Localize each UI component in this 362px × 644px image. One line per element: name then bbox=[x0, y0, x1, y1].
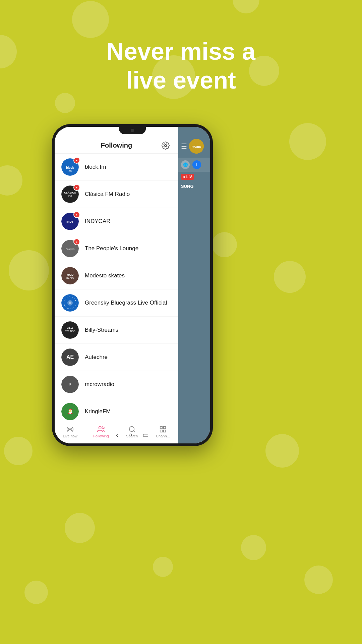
list-item[interactable]: INDY●INDYCAR bbox=[55, 208, 178, 235]
list-item[interactable]: CLÁSICAFM●Clásica FM Radio bbox=[55, 181, 178, 208]
live-indicator: ● bbox=[73, 184, 80, 191]
recents-button[interactable]: ▭ bbox=[142, 431, 149, 439]
channel-name: Billy-Streams bbox=[85, 327, 118, 333]
avatar: block.fm● bbox=[61, 158, 79, 176]
following-list: block.fm●block.fmCLÁSICAFM●Clásica FM Ra… bbox=[55, 154, 178, 420]
nav-following[interactable]: Following bbox=[85, 420, 116, 443]
right-icons-row: 🌐 f bbox=[178, 158, 210, 172]
settings-button[interactable] bbox=[160, 140, 172, 152]
nav-live-now-label: Live now bbox=[63, 434, 77, 438]
svg-point-34 bbox=[99, 427, 101, 429]
svg-text:FM: FM bbox=[68, 195, 72, 197]
globe-icon: 🌐 bbox=[181, 160, 190, 169]
channel-name: KringleFM bbox=[85, 408, 111, 415]
channel-name: The People's Lounge bbox=[85, 245, 138, 252]
hero-line1: Never miss a bbox=[0, 37, 362, 66]
list-item[interactable]: People's●The People's Lounge bbox=[55, 235, 178, 262]
phone-inner: ☰ RADIO 🌐 f ● LIV SUNG bbox=[55, 127, 210, 443]
avatar: INDY● bbox=[61, 213, 79, 230]
channel-name: mcrowradio bbox=[85, 381, 114, 388]
channel-name: Clásica FM Radio bbox=[85, 191, 130, 198]
phone-bottom-bar: ‹ ○ ▭ bbox=[116, 431, 149, 439]
svg-text:🎙: 🎙 bbox=[68, 383, 72, 386]
camera-dot bbox=[131, 129, 134, 132]
avatar: AE bbox=[61, 348, 79, 366]
list-item[interactable]: block.fm●block.fm bbox=[55, 154, 178, 181]
phone-frame: ☰ RADIO 🌐 f ● LIV SUNG bbox=[52, 124, 213, 446]
avatar: 🎅 bbox=[61, 403, 79, 420]
avatar: 🎙 bbox=[61, 376, 79, 393]
nav-channels[interactable]: Chann... bbox=[147, 420, 178, 443]
svg-text:STRINGS: STRINGS bbox=[65, 330, 75, 332]
channel-name: Autechre bbox=[85, 354, 108, 361]
list-item[interactable]: MODRADIOModesto skates bbox=[55, 262, 178, 289]
svg-text:INDY: INDY bbox=[66, 220, 74, 223]
live-indicator: ● bbox=[73, 238, 80, 245]
svg-text:BILLY: BILLY bbox=[67, 327, 73, 329]
avatar: BILLYSTRINGS bbox=[61, 321, 79, 339]
phone-notch bbox=[119, 127, 146, 134]
list-item[interactable]: 🎙mcrowradio bbox=[55, 371, 178, 398]
right-panel-text: SUNG bbox=[178, 182, 210, 191]
channel-name: block.fm bbox=[85, 164, 106, 170]
avatar: MODRADIO bbox=[61, 267, 79, 284]
svg-rect-37 bbox=[160, 427, 162, 429]
avatar: CLÁSICAFM● bbox=[61, 185, 79, 203]
live-tag: ● LIV bbox=[181, 174, 194, 180]
list-item[interactable]: AEAutechre bbox=[55, 344, 178, 371]
hero-section: Never miss a live event bbox=[0, 37, 362, 95]
list-item[interactable]: 🎅KringleFM bbox=[55, 398, 178, 420]
channel-name: Greensky Bluegrass Live Official bbox=[85, 300, 167, 306]
svg-rect-40 bbox=[160, 430, 162, 432]
app-screen: Following block.fm●block.fmCLÁSICAFM●Clá… bbox=[55, 127, 178, 443]
right-panel: ☰ RADIO 🌐 f ● LIV SUNG bbox=[178, 127, 210, 443]
svg-text:CLÁSICA: CLÁSICA bbox=[64, 191, 76, 194]
svg-point-2 bbox=[165, 145, 167, 147]
svg-rect-38 bbox=[164, 427, 166, 429]
svg-rect-39 bbox=[164, 430, 166, 432]
hero-line2: live event bbox=[0, 66, 362, 95]
right-panel-header: ☰ RADIO bbox=[178, 127, 210, 158]
svg-text:RADIO: RADIO bbox=[192, 145, 201, 149]
header-title: Following bbox=[101, 142, 132, 149]
status-bar bbox=[55, 127, 178, 138]
svg-text:MOD: MOD bbox=[67, 273, 74, 276]
channel-name: Modesto skates bbox=[85, 272, 125, 279]
live-indicator: ● bbox=[73, 157, 80, 164]
svg-text:People's: People's bbox=[66, 248, 75, 251]
svg-text:.fm: .fm bbox=[68, 170, 72, 172]
nav-channels-label: Chann... bbox=[156, 434, 170, 438]
avatar bbox=[61, 294, 79, 312]
home-button[interactable]: ○ bbox=[128, 431, 132, 439]
svg-point-19 bbox=[69, 302, 71, 304]
back-button[interactable]: ‹ bbox=[116, 431, 118, 439]
nav-live-now[interactable]: Live now bbox=[55, 420, 85, 443]
facebook-icon: f bbox=[192, 160, 201, 169]
svg-text:block: block bbox=[66, 166, 74, 169]
app-header: Following bbox=[55, 138, 178, 154]
nav-following-label: Following bbox=[93, 434, 109, 438]
svg-point-33 bbox=[69, 429, 71, 430]
hamburger-icon: ☰ bbox=[181, 142, 187, 150]
svg-text:AE: AE bbox=[66, 354, 74, 360]
right-channel-avatar: RADIO bbox=[189, 139, 204, 154]
list-item[interactable]: Greensky Bluegrass Live Official bbox=[55, 289, 178, 317]
list-item[interactable]: BILLYSTRINGSBilly-Streams bbox=[55, 317, 178, 344]
avatar: People's● bbox=[61, 240, 79, 257]
svg-text:RADIO: RADIO bbox=[66, 277, 74, 279]
svg-text:🎅: 🎅 bbox=[67, 409, 73, 414]
channel-name: INDYCAR bbox=[85, 218, 111, 225]
live-indicator: ● bbox=[73, 211, 80, 218]
